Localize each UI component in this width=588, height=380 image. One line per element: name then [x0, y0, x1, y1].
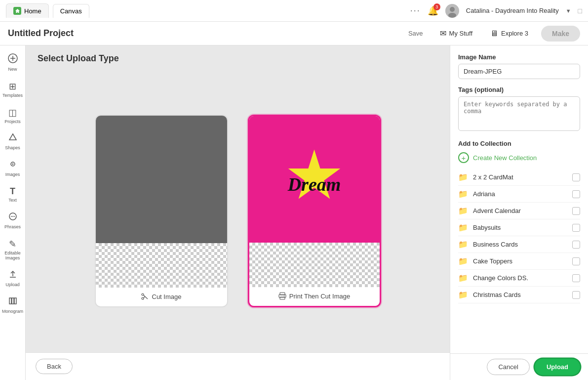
svg-rect-16 — [12, 298, 14, 304]
cut-image-label: Cut Image — [141, 288, 182, 306]
create-collection-icon: + — [458, 152, 469, 163]
sidebar-images-label: Images — [5, 172, 20, 177]
collection-checkbox-2[interactable] — [572, 207, 580, 215]
printer-icon — [278, 292, 286, 300]
collection-item-1: 📁 Adriana — [458, 186, 580, 203]
panel-footer: Cancel Upload — [450, 353, 588, 380]
upload-button[interactable]: Upload — [535, 359, 580, 375]
collection-name-1: Adriana — [473, 190, 567, 198]
sidebar-text-label: Text — [8, 198, 17, 203]
make-button[interactable]: Make — [541, 26, 580, 42]
sidebar-item-templates[interactable]: ⊞ Templates — [0, 77, 25, 102]
collection-name-5: Cake Toppers — [473, 257, 567, 265]
sidebar-item-monogram[interactable]: Monogram — [0, 293, 25, 318]
collection-checkbox-4[interactable] — [572, 241, 580, 249]
folder-icon: 📁 — [458, 223, 468, 232]
home-icon — [13, 7, 21, 15]
folder-icon: 📁 — [458, 240, 468, 249]
cut-image-preview — [96, 116, 227, 243]
collection-checkbox-6[interactable] — [572, 274, 580, 282]
collection-checkbox-5[interactable] — [572, 257, 580, 265]
bottombar: Back — [26, 352, 450, 380]
canvas-content: Cut Image Dream Print Then Cut Image — [26, 70, 450, 352]
notifications-bell[interactable]: 🔔 3 — [428, 5, 438, 16]
monitor-icon: 🖥 — [490, 29, 498, 38]
canvas-area: Select Upload Type Cut Image Dream — [26, 45, 450, 380]
collection-checkbox-3[interactable] — [572, 224, 580, 232]
print-then-cut-preview: Dream — [249, 116, 380, 243]
back-button[interactable]: Back — [36, 359, 73, 374]
secondbar: Untitled Project Save ✉ My Stuff 🖥 Explo… — [0, 22, 588, 45]
tags-label: Tags (optional) — [458, 86, 580, 93]
svg-point-10 — [11, 216, 12, 217]
collection-name-0: 2 x 2 CardMat — [473, 173, 567, 181]
right-panel: Image Name Tags (optional) Add to Collec… — [450, 45, 588, 380]
sidebar-monogram-label: Monogram — [2, 309, 23, 314]
user-name[interactable]: Catalina - Daydream Into Reality — [466, 7, 559, 14]
svg-point-1 — [450, 7, 455, 12]
home-tab[interactable]: Home — [6, 3, 49, 18]
sidebar-item-upload[interactable]: Upload — [0, 266, 25, 292]
templates-icon: ⊞ — [9, 81, 16, 92]
print-then-cut-card[interactable]: Dream Print Then Cut Image — [248, 115, 381, 307]
collection-item-7: 📁 Christmas Cards — [458, 287, 580, 303]
sidebar-item-new[interactable]: New — [0, 49, 25, 76]
collection-item-4: 📁 Business Cards — [458, 236, 580, 253]
sidebar-item-phrases[interactable]: Phrases — [0, 208, 25, 234]
collection-checkbox-7[interactable] — [572, 291, 580, 299]
sidebar-editable-images-label: Editable Images — [2, 251, 23, 261]
sidebar-item-images[interactable]: Images — [0, 156, 25, 181]
main: New ⊞ Templates ◫ Projects Shapes Images… — [0, 45, 588, 380]
monogram-icon — [8, 296, 17, 308]
more-options-icon[interactable]: ··· — [410, 5, 421, 16]
sidebar-item-projects[interactable]: ◫ Projects — [0, 103, 25, 128]
folder-icon: 📁 — [458, 273, 468, 283]
notification-badge: 3 — [433, 3, 440, 10]
cancel-button[interactable]: Cancel — [487, 359, 529, 375]
canvas-tab[interactable]: Canvas — [53, 4, 89, 18]
sidebar-item-editable-images[interactable]: ✎ Editable Images — [0, 235, 25, 265]
minimize-icon[interactable]: □ — [578, 7, 582, 15]
image-name-input[interactable] — [458, 64, 580, 79]
create-collection-button[interactable]: + Create New Collection — [458, 152, 580, 163]
avatar — [445, 4, 459, 18]
project-title: Untitled Project — [8, 28, 74, 39]
sidebar-projects-label: Projects — [4, 119, 21, 125]
collection-checkbox-0[interactable] — [572, 173, 580, 181]
save-button[interactable]: Save — [404, 28, 427, 39]
svg-point-25 — [284, 296, 285, 296]
ptc-checker — [249, 243, 380, 287]
phrases-icon — [8, 212, 17, 223]
dream-text: Dream — [288, 173, 341, 195]
folder-icon: 📁 — [458, 172, 468, 182]
collection-item-2: 📁 Advent Calendar — [458, 203, 580, 219]
collection-checkbox-1[interactable] — [572, 190, 580, 198]
upload-icon — [8, 270, 17, 281]
collection-name-7: Christmas Cards — [473, 291, 567, 298]
envelope-icon: ✉ — [440, 29, 446, 38]
sidebar-templates-label: Templates — [2, 93, 23, 98]
svg-point-11 — [12, 216, 13, 217]
svg-rect-15 — [9, 298, 11, 304]
canvas-header: Select Upload Type — [26, 45, 450, 70]
canvas-tab-label: Canvas — [60, 7, 82, 15]
svg-line-21 — [143, 296, 145, 298]
print-then-cut-label: Print Then Cut Image — [278, 287, 350, 306]
collection-item-0: 📁 2 x 2 CardMat — [458, 169, 580, 186]
sidebar-item-shapes[interactable]: Shapes — [0, 129, 25, 155]
images-icon — [8, 160, 17, 171]
mystuff-button[interactable]: ✉ My Stuff — [435, 27, 477, 40]
topbar-right: ··· 🔔 3 Catalina - Daydream Into Reality… — [410, 4, 582, 18]
home-tab-label: Home — [24, 7, 41, 15]
text-icon: T — [10, 186, 15, 197]
chevron-down-icon[interactable]: ▼ — [566, 8, 571, 14]
image-name-label: Image Name — [458, 53, 580, 61]
explore-button[interactable]: 🖥 Explore 3 — [485, 27, 533, 40]
sidebar-upload-label: Upload — [5, 282, 20, 288]
tags-input[interactable] — [458, 96, 580, 131]
cut-image-card[interactable]: Cut Image — [95, 115, 228, 307]
collection-item-5: 📁 Cake Toppers — [458, 253, 580, 270]
editable-images-icon: ✎ — [9, 239, 16, 250]
sidebar-item-text[interactable]: T Text — [0, 182, 25, 207]
sidebar-shapes-label: Shapes — [5, 145, 20, 151]
